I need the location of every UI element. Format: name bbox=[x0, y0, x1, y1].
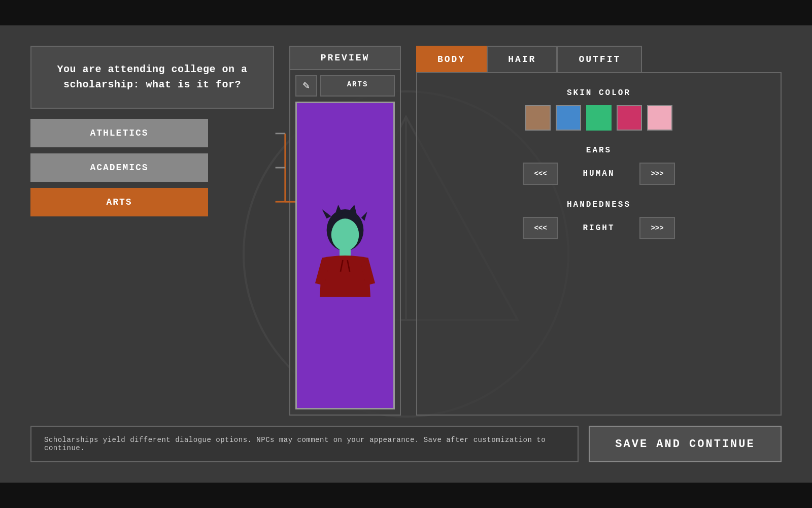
preview-tabs: ✎ ARTS bbox=[295, 75, 395, 97]
ears-selector: <<< HUMAN >>> bbox=[523, 163, 675, 185]
preview-header: PREVIEW bbox=[289, 46, 401, 69]
svg-point-14 bbox=[331, 218, 359, 251]
handedness-next-button[interactable]: >>> bbox=[639, 217, 675, 239]
preview-content: ✎ ARTS bbox=[289, 69, 401, 416]
swatch-green[interactable] bbox=[586, 105, 612, 131]
bottom-section: Scholarships yield different dialogue op… bbox=[30, 426, 782, 462]
save-continue-button[interactable]: SAVE AND CONTINUE bbox=[589, 426, 782, 462]
tab-bar: BODY HAIR OUTFIT bbox=[416, 46, 782, 72]
athletics-button[interactable]: ATHLETICS bbox=[30, 119, 208, 147]
customization-panel: SKIN COLOR EARS <<< HUMAN >> bbox=[416, 72, 782, 416]
skin-color-title: SKIN COLOR bbox=[567, 88, 631, 98]
swatch-pink-light[interactable] bbox=[647, 105, 672, 131]
choice-item-arts: ARTS bbox=[30, 188, 274, 216]
handedness-prev-button[interactable]: <<< bbox=[523, 217, 558, 239]
choices-list: ATHLETICS ACADEMICS ARTS bbox=[30, 119, 274, 216]
preview-tab-label: ARTS bbox=[320, 75, 395, 97]
handedness-selector: <<< RIGHT >>> bbox=[523, 217, 675, 239]
brush-icon: ✎ bbox=[302, 80, 310, 91]
bottom-bar bbox=[0, 483, 812, 508]
arts-button[interactable]: ARTS bbox=[30, 188, 208, 216]
outfit-tab[interactable]: OUTFIT bbox=[557, 46, 642, 72]
middle-panel: PREVIEW ✎ ARTS bbox=[289, 46, 401, 416]
choice-item-academics: ACADEMICS bbox=[30, 153, 274, 182]
info-box: Scholarships yield different dialogue op… bbox=[30, 426, 579, 462]
ears-value: HUMAN bbox=[568, 169, 629, 178]
ears-title: EARS bbox=[586, 146, 612, 155]
swatch-pink-dark[interactable] bbox=[617, 105, 642, 131]
brush-tab-button[interactable]: ✎ bbox=[295, 75, 317, 97]
character-silhouette bbox=[310, 205, 381, 306]
left-panel: You are attending college on a scholarsh… bbox=[30, 46, 274, 416]
handedness-section: HANDEDNESS <<< RIGHT >>> bbox=[437, 200, 760, 239]
academics-button[interactable]: ACADEMICS bbox=[30, 153, 208, 182]
right-panel: BODY HAIR OUTFIT SKIN COLOR bbox=[416, 46, 782, 416]
skin-color-section: SKIN COLOR bbox=[437, 88, 760, 131]
handedness-value: RIGHT bbox=[568, 224, 629, 233]
skin-color-swatches bbox=[525, 105, 672, 131]
svg-marker-10 bbox=[322, 209, 331, 218]
ears-section: EARS <<< HUMAN >>> bbox=[437, 146, 760, 185]
question-text: You are attending college on a scholarsh… bbox=[52, 62, 253, 92]
choices-wrapper: ATHLETICS ACADEMICS ARTS bbox=[30, 119, 274, 216]
hair-tab[interactable]: HAIR bbox=[487, 46, 557, 72]
top-bar bbox=[0, 0, 812, 25]
ears-next-button[interactable]: >>> bbox=[639, 163, 675, 185]
ears-prev-button[interactable]: <<< bbox=[523, 163, 558, 185]
body-tab[interactable]: BODY bbox=[416, 46, 487, 72]
svg-marker-13 bbox=[361, 212, 367, 221]
swatch-blue[interactable] bbox=[556, 105, 581, 131]
question-box: You are attending college on a scholarsh… bbox=[30, 46, 274, 109]
top-section: You are attending college on a scholarsh… bbox=[30, 46, 782, 416]
choice-item-athletics: ATHLETICS bbox=[30, 119, 274, 147]
character-preview bbox=[295, 102, 395, 409]
swatch-tan[interactable] bbox=[525, 105, 551, 131]
info-text: Scholarships yield different dialogue op… bbox=[44, 436, 565, 452]
preview-label: PREVIEW bbox=[321, 53, 370, 63]
handedness-title: HANDEDNESS bbox=[567, 200, 631, 209]
main-content: You are attending college on a scholarsh… bbox=[0, 25, 812, 483]
